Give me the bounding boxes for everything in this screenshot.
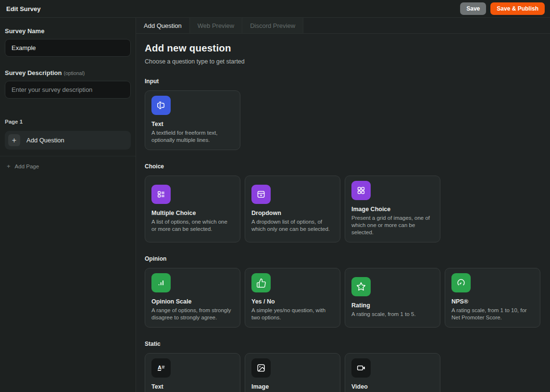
list-check-icon — [151, 185, 171, 204]
card-title: Multiple Choice — [151, 210, 234, 216]
card-title: Video — [351, 383, 434, 390]
section-label-choice: Choice — [145, 163, 541, 170]
card-title: Text — [151, 121, 234, 127]
grid-icon — [351, 181, 371, 200]
card-row: ATextA text block, for things like thank… — [145, 353, 541, 392]
card-title: Text — [151, 383, 234, 390]
page-1-label: Page 1 — [5, 119, 131, 125]
card-description: A rating scale, from 1 to 10, for Net Pr… — [451, 307, 534, 321]
card-title: Yes / No — [251, 298, 334, 305]
text-block-icon: A — [151, 358, 171, 378]
card-title: Rating — [351, 302, 434, 309]
tab-web-preview[interactable]: Web Preview — [190, 18, 242, 33]
survey-description-label-text: Survey Description — [5, 69, 62, 76]
sidebar: Survey Name Survey Description(optional)… — [0, 18, 136, 392]
card-title: Image — [251, 383, 334, 390]
app-root: Edit Survey Save Save & Publish Survey N… — [0, 0, 550, 392]
card-description: A rating scale, from 1 to 5. — [351, 311, 434, 318]
card-opinion-nps[interactable]: NPS®A rating scale, from 1 to 10, for Ne… — [445, 268, 540, 328]
top-bar-actions: Save Save & Publish — [460, 2, 545, 15]
sections: InputTextA textfield for freeform text, … — [145, 78, 541, 392]
plus-icon: + — [8, 134, 20, 146]
survey-name-input[interactable] — [5, 39, 131, 57]
card-opinion-opinion-scale[interactable]: Opinion ScaleA range of options, from st… — [145, 268, 240, 328]
save-publish-button[interactable]: Save & Publish — [490, 2, 545, 15]
tab-discord-preview[interactable]: Discord Preview — [242, 18, 303, 33]
card-description: A simple yes/no question, with two optio… — [251, 307, 334, 321]
video-icon — [351, 358, 371, 378]
card-description: A list of options, one which one or more… — [151, 218, 234, 233]
main-heading: Add new question — [145, 42, 541, 54]
thumbs-up-icon — [251, 273, 271, 292]
image-icon — [251, 358, 271, 378]
sidebar-add-question-button[interactable]: + Add Question — [5, 131, 131, 150]
survey-description-input[interactable] — [5, 81, 131, 99]
body-row: Survey Name Survey Description(optional)… — [0, 18, 550, 392]
main-panel: Add QuestionWeb PreviewDiscord Preview A… — [136, 18, 550, 392]
card-description: Present a grid of images, one of which o… — [351, 215, 434, 236]
add-page-button[interactable]: + Add Page — [5, 162, 41, 171]
survey-name-label: Survey Name — [5, 27, 131, 35]
card-row: TextA textfield for freeform text, optio… — [145, 90, 541, 150]
card-input-text[interactable]: TextA textfield for freeform text, optio… — [145, 90, 240, 150]
optional-hint: (optional) — [64, 70, 85, 76]
sidebar-divider — [0, 156, 136, 156]
save-button[interactable]: Save — [460, 2, 486, 15]
svg-text:A: A — [158, 365, 162, 370]
card-title: Image Choice — [351, 206, 434, 213]
survey-description-label: Survey Description(optional) — [5, 69, 131, 76]
plus-icon: + — [7, 163, 11, 170]
card-description: A dropdown list of options, of which onl… — [251, 218, 334, 233]
star-icon — [351, 277, 371, 296]
card-row: Opinion ScaleA range of options, from st… — [145, 268, 541, 328]
add-page-label: Add Page — [15, 164, 39, 169]
card-choice-dropdown[interactable]: DropdownA dropdown list of options, of w… — [245, 176, 340, 242]
top-bar: Edit Survey Save Save & Publish — [0, 0, 550, 18]
gauge-icon — [451, 273, 471, 292]
tab-add-question[interactable]: Add Question — [136, 18, 190, 33]
tab-bar: Add QuestionWeb PreviewDiscord Preview — [136, 18, 550, 34]
section-label-input: Input — [145, 78, 541, 85]
card-title: NPS® — [451, 298, 534, 305]
card-static-text[interactable]: ATextA text block, for things like thank… — [145, 353, 240, 392]
card-opinion-rating[interactable]: RatingA rating scale, from 1 to 5. — [345, 268, 440, 328]
card-choice-multiple-choice[interactable]: Multiple ChoiceA list of options, one wh… — [145, 176, 240, 242]
dropdown-icon — [251, 185, 271, 204]
card-static-video[interactable]: VideoA video, for things like trailers o… — [345, 353, 440, 392]
main-subheading: Choose a question type to get started — [145, 58, 541, 65]
add-question-label: Add Question — [26, 137, 64, 144]
main-content: Add new question Choose a question type … — [136, 34, 550, 392]
card-title: Opinion Scale — [151, 298, 234, 305]
card-title: Dropdown — [251, 210, 334, 216]
card-description: A textfield for freeform text, optionall… — [151, 129, 234, 144]
card-static-image[interactable]: ImageAn image, for things like logos or … — [245, 353, 340, 392]
section-label-static: Static — [145, 341, 541, 347]
cursor-text-icon — [151, 96, 171, 115]
page-title: Edit Survey — [5, 5, 41, 13]
section-label-opinion: Opinion — [145, 255, 541, 262]
card-row: Multiple ChoiceA list of options, one wh… — [145, 176, 541, 242]
card-description: A range of options, from strongly disagr… — [151, 307, 234, 321]
card-choice-image-choice[interactable]: Image ChoicePresent a grid of images, on… — [345, 176, 440, 242]
card-opinion-yes-no[interactable]: Yes / NoA simple yes/no question, with t… — [245, 268, 340, 328]
bar-chart-icon — [151, 273, 171, 292]
